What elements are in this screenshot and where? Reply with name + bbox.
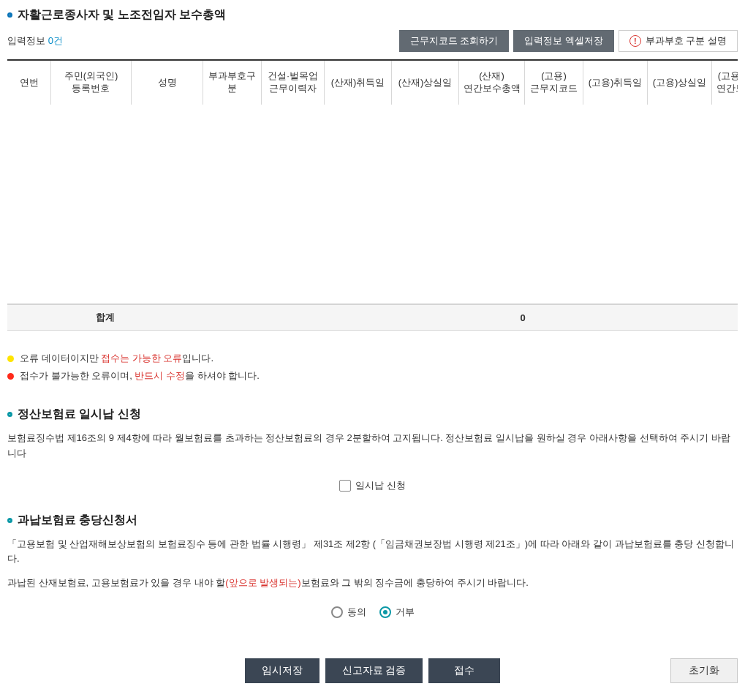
error-legend: 오류 데이터이지만 접수는 가능한 오류입니다. 접수가 불가능한 오류이며, … [7,342,738,388]
lookup-workcode-button[interactable]: 근무지코드 조회하기 [399,30,510,52]
radio-agree-label[interactable]: 동의 [331,606,366,619]
radio-reject[interactable] [379,606,391,618]
section-header-lumpsum: 정산보험료 일시납 신청 [7,388,738,426]
section-title: 자활근로종사자 및 노조전임자 보수총액 [18,7,226,23]
action-bar: 임시저장 신고자료 검증 접수 초기화 [7,623,738,696]
summary-row: 합계 0 [7,304,738,331]
leg2-a: 접수가 불가능한 오류이며, [20,370,135,381]
leg1-a: 오류 데이터이지만 [20,353,101,364]
scrollbar-right[interactable] [203,331,738,342]
summary-value: 0 [461,312,585,323]
consent-radio-group: 동의 거부 [7,595,738,623]
reset-button[interactable]: 초기화 [670,658,738,683]
legend-error: 접수가 불가능한 오류이며, 반드시 수정을 하셔야 합니다. [7,367,738,385]
data-table: 연번 주민(외국인)등록번호 성명 부과부호구분 건설·벌목업근무이력자 (산재… [7,59,738,304]
radio-agree[interactable] [331,606,343,618]
warning-icon: ! [629,35,641,47]
bullet-icon [7,12,12,18]
input-info: 입력정보 0건 [7,34,63,48]
validate-button[interactable]: 신고자료 검증 [325,658,423,683]
th-gy-annual: (고용)연간보 [712,61,738,105]
radio-reject-text: 거부 [396,606,415,619]
radio-reject-label[interactable]: 거부 [379,606,415,619]
table-body-empty [7,105,738,304]
scrollbar-left[interactable] [7,331,203,342]
p2-c: 보험료와 그 밖의 징수금에 충당하여 주시기 바랍니다. [301,577,529,588]
red-dot-icon [7,373,14,380]
section-header-overpay: 과납보험료 충당신청서 [7,505,738,532]
overpay-para1: 「고용보험 및 산업재해보상보험의 보험료징수 등에 관한 법률 시행령」 제3… [7,532,738,572]
radio-agree-text: 동의 [347,606,366,619]
section-header-workers: 자활근로종사자 및 노조전임자 보수총액 [7,0,738,27]
toolbar: 입력정보 0건 근무지코드 조회하기 입력정보 엑셀저장 ! 부과부호 구분 설… [7,27,738,59]
section-title: 과납보험료 충당신청서 [18,513,137,528]
th-sj-loss: (산재)상실일 [392,61,459,105]
th-construct: 건설·벌목업근무이력자 [262,61,325,105]
lumpsum-checkbox-label[interactable]: 일시납 신청 [355,479,406,492]
lumpsum-checkbox[interactable] [339,480,351,492]
submit-button[interactable]: 접수 [428,658,500,683]
summary-label: 합계 [7,311,203,324]
th-gy-acq: (고용)취득일 [583,61,648,105]
p2-b: (앞으로 발생되는) [225,577,300,588]
th-seq: 연번 [7,61,51,105]
excel-save-button[interactable]: 입력정보 엑셀저장 [513,30,614,52]
section-title: 정산보험료 일시납 신청 [18,407,141,422]
lumpsum-checkbox-row: 일시납 신청 [7,466,738,505]
th-sj-acq: (산재)취득일 [325,61,392,105]
leg2-b: 반드시 수정 [135,370,185,381]
leg2-c: 을 하셔야 합니다. [185,370,260,381]
p2-a: 과납된 산재보험료, 고용보험료가 있을 경우 내야 할 [7,577,225,588]
leg1-c: 입니다. [182,353,213,364]
th-sj-annual: (산재)연간보수총액 [459,61,525,105]
th-gy-loss: (고용)상실일 [648,61,712,105]
overpay-para2: 과납된 산재보험료, 고용보험료가 있을 경우 내야 할(앞으로 발생되는)보험… [7,571,738,595]
leg1-b: 접수는 가능한 오류 [101,353,182,364]
th-resident: 주민(외국인)등록번호 [51,61,132,105]
yellow-dot-icon [7,355,14,362]
bullet-icon [7,518,12,523]
horizontal-scrollbars [7,331,738,342]
info-count: 0건 [48,35,63,46]
temp-save-button[interactable]: 임시저장 [245,658,319,683]
table-header-row: 연번 주민(외국인)등록번호 성명 부과부호구분 건설·벌목업근무이력자 (산재… [7,61,738,105]
info-prefix: 입력정보 [7,35,45,46]
lumpsum-description: 보험료징수법 제16조의 9 제4항에 따라 월보험료를 초과하는 정산보험료의… [7,426,738,466]
th-chargecode: 부과부호구분 [203,61,262,105]
bullet-icon [7,412,12,417]
th-name: 성명 [132,61,203,105]
code-help-label: 부과부호 구분 설명 [646,34,727,48]
th-gy-workcode: (고용)근무지코드 [525,61,583,105]
legend-warning: 오류 데이터이지만 접수는 가능한 오류입니다. [7,350,738,367]
code-help-button[interactable]: ! 부과부호 구분 설명 [619,30,738,52]
